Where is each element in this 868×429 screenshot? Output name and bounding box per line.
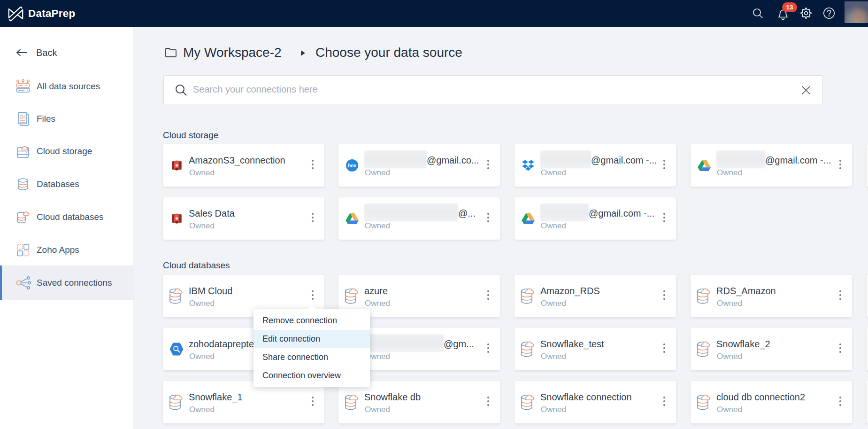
svg-text:box: box	[348, 163, 356, 168]
